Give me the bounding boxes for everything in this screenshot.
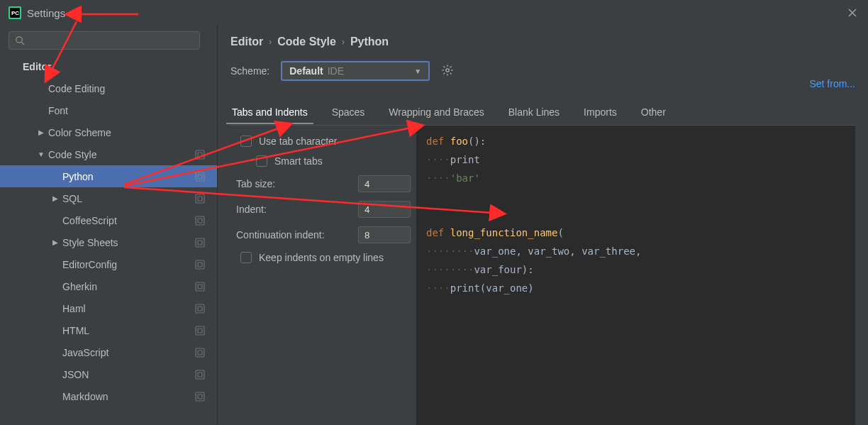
- tree-item-html[interactable]: HTML: [0, 319, 217, 341]
- svg-rect-13: [196, 238, 204, 247]
- app-icon: PC: [9, 6, 21, 19]
- svg-text:PC: PC: [11, 10, 19, 16]
- tree-item-python[interactable]: Python: [0, 165, 217, 187]
- continuation-indent-label: Continuation indent:: [236, 229, 325, 241]
- tree-item-color-scheme[interactable]: ▶Color Scheme: [0, 121, 217, 143]
- breadcrumb-item[interactable]: Code Style: [277, 35, 336, 48]
- project-badge-icon: [194, 281, 206, 292]
- tree-item-code-style[interactable]: ▼Code Style: [0, 143, 217, 165]
- tab-imports[interactable]: Imports: [582, 102, 618, 123]
- tree-item-label: Font: [48, 105, 68, 116]
- tree-item-code-editing[interactable]: Code Editing: [0, 77, 217, 99]
- tab-other[interactable]: Other: [640, 102, 667, 123]
- svg-line-34: [444, 66, 445, 67]
- svg-rect-22: [198, 329, 202, 333]
- keep-indents-checkbox[interactable]: Keep indents on empty lines: [236, 252, 411, 263]
- tree-item-json[interactable]: JSON: [0, 363, 217, 385]
- scheme-dropdown[interactable]: Default IDE ▼: [281, 61, 430, 81]
- project-badge-icon: [194, 237, 206, 248]
- tree-item-javascript[interactable]: JavaScript: [0, 341, 217, 363]
- code-preview: def foo(): ····print ····'bar' def long_…: [416, 126, 855, 425]
- svg-rect-15: [196, 260, 204, 269]
- chevron-right-icon: ▶: [37, 128, 45, 136]
- tree-item-gherkin[interactable]: Gherkin: [0, 275, 217, 297]
- svg-point-3: [16, 37, 22, 43]
- set-from-link[interactable]: Set from...: [809, 78, 855, 89]
- svg-rect-26: [198, 372, 202, 377]
- tab-size-label: Tab size:: [236, 178, 275, 189]
- gear-icon[interactable]: [441, 64, 454, 79]
- svg-line-37: [450, 66, 452, 67]
- breadcrumb: Editor › Code Style › Python: [230, 35, 855, 48]
- svg-rect-9: [196, 194, 204, 203]
- chevron-right-icon: ▶: [51, 238, 60, 246]
- svg-rect-8: [198, 175, 202, 179]
- svg-rect-25: [196, 370, 204, 379]
- svg-point-29: [446, 68, 449, 71]
- chevron-right-icon: ▶: [51, 194, 60, 202]
- breadcrumb-item[interactable]: Editor: [230, 35, 263, 48]
- svg-rect-19: [196, 304, 204, 313]
- chevron-right-icon: ›: [342, 37, 345, 47]
- tree-item-sql[interactable]: ▶SQL: [0, 187, 217, 209]
- tree-item-coffeescript[interactable]: CoffeeScript: [0, 209, 217, 231]
- chevron-down-icon: ▼: [414, 67, 421, 75]
- settings-tree: Editor Code EditingFont▶Color Scheme▼Cod…: [0, 55, 217, 425]
- svg-rect-27: [196, 392, 204, 401]
- project-badge-icon: [194, 149, 206, 160]
- checkbox-icon: [256, 155, 267, 167]
- use-tab-character-checkbox[interactable]: Use tab character: [236, 136, 411, 147]
- continuation-indent-input[interactable]: [358, 226, 411, 243]
- close-button[interactable]: [845, 6, 859, 20]
- svg-rect-21: [196, 326, 204, 335]
- tree-item-label: Haml: [62, 303, 86, 314]
- tree-item-label: EditorConfig: [62, 259, 117, 270]
- project-badge-icon: [194, 325, 206, 336]
- breadcrumb-item[interactable]: Python: [350, 35, 389, 48]
- tree-item-label: Code Style: [48, 149, 96, 160]
- svg-rect-14: [198, 241, 202, 245]
- settings-content: Editor › Code Style › Python Scheme: Def…: [218, 26, 868, 425]
- tree-item-label: SQL: [62, 193, 82, 204]
- tree-item-font[interactable]: Font: [0, 99, 217, 121]
- indent-input[interactable]: [358, 201, 411, 218]
- project-badge-icon: [194, 303, 206, 314]
- svg-line-36: [444, 72, 445, 74]
- tree-item-editorconfig[interactable]: EditorConfig: [0, 253, 217, 275]
- indent-label: Indent:: [236, 204, 267, 215]
- tree-item-label: Code Editing: [48, 83, 105, 94]
- tab-spaces[interactable]: Spaces: [330, 102, 367, 123]
- settings-sidebar: Editor Code EditingFont▶Color Scheme▼Cod…: [0, 26, 218, 425]
- code-style-tabs: Tabs and IndentsSpacesWrapping and Brace…: [230, 102, 855, 124]
- tree-item-haml[interactable]: Haml: [0, 297, 217, 319]
- project-badge-icon: [194, 369, 206, 380]
- smart-tabs-checkbox[interactable]: Smart tabs: [252, 155, 411, 167]
- tree-item-markdown[interactable]: Markdown: [0, 385, 217, 407]
- svg-line-35: [450, 72, 452, 74]
- tree-item-label: Markdown: [62, 391, 108, 402]
- svg-rect-7: [196, 172, 204, 181]
- tab-blank-lines[interactable]: Blank Lines: [507, 102, 561, 123]
- tree-item-label: JSON: [62, 369, 89, 380]
- project-badge-icon: [194, 391, 206, 402]
- svg-rect-10: [198, 197, 202, 201]
- tab-size-input[interactable]: [358, 175, 411, 192]
- svg-line-4: [21, 42, 24, 45]
- project-badge-icon: [194, 259, 206, 270]
- tree-item-label: JavaScript: [62, 347, 108, 358]
- svg-rect-23: [196, 348, 204, 357]
- tab-wrapping-and-braces[interactable]: Wrapping and Braces: [387, 102, 485, 123]
- tree-item-style-sheets[interactable]: ▶Style Sheets: [0, 231, 217, 253]
- tree-item-label: HTML: [62, 325, 89, 336]
- svg-rect-12: [198, 219, 202, 223]
- svg-rect-5: [196, 150, 204, 159]
- project-badge-icon: [194, 193, 206, 204]
- tree-item-label: CoffeeScript: [62, 215, 117, 226]
- tab-tabs-and-indents[interactable]: Tabs and Indents: [230, 102, 309, 123]
- scheme-label: Scheme:: [230, 65, 269, 77]
- svg-rect-28: [198, 394, 202, 399]
- project-badge-icon: [194, 215, 206, 226]
- search-input[interactable]: [9, 31, 200, 50]
- svg-rect-6: [198, 153, 202, 157]
- tree-category-editor[interactable]: Editor: [0, 55, 217, 77]
